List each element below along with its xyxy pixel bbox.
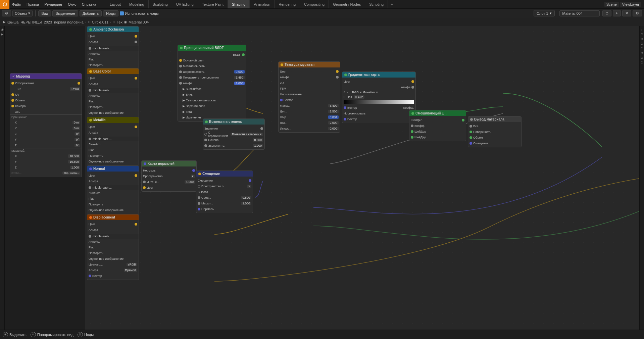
- nodes-btn[interactable]: Ноды: [103, 10, 118, 16]
- menu-render[interactable]: Рендеринг: [42, 0, 65, 8]
- sm-masht: Масшт... 1.000: [196, 200, 253, 206]
- tab-compositing[interactable]: Compositing: [300, 0, 329, 8]
- mapping-rot-y: Y 0 m: [10, 125, 82, 131]
- top-menu-bar: ⬡ Файл Правка Рендеринг Окно Справка Lay…: [0, 0, 644, 9]
- material-new-btn[interactable]: +: [613, 10, 621, 16]
- tm-lac: Лак... 2.000: [279, 120, 340, 126]
- editor-type-btn[interactable]: ⊙: [2, 10, 11, 16]
- tab-texture-paint[interactable]: Texture Paint: [198, 0, 228, 8]
- pbsdf-dot: [180, 47, 183, 49]
- bc-color-out: Цвет: [87, 75, 139, 81]
- pow-base: Основа 0.500: [203, 137, 264, 143]
- sm-space: Пространство о... ▾: [196, 183, 253, 189]
- ao-header: Ambient Occlusion: [87, 27, 139, 32]
- ao-texture-row: middle-east-...: [87, 46, 139, 51]
- tab-geometry-nodes[interactable]: Geometry Nodes: [329, 0, 365, 8]
- tm-vec-socket: [280, 99, 283, 101]
- ao-tex-socket: [89, 47, 91, 50]
- material-link-btn[interactable]: ⚙: [633, 10, 642, 16]
- right-icon-7[interactable]: ⊙: [640, 56, 644, 60]
- disp-alfa-m: Альфа Прямой: [87, 267, 139, 273]
- tab-uv-editing[interactable]: UV Editing: [172, 0, 198, 8]
- mapping-node-header: ✓ Mapping: [10, 74, 82, 79]
- scene-selector[interactable]: Scene: [604, 2, 619, 7]
- tab-modeling[interactable]: Modeling: [125, 0, 149, 8]
- pbsdf-coat: ▶ Верхний слой: [178, 103, 246, 109]
- material-browse-btn[interactable]: ⊙: [602, 10, 611, 16]
- select-tool[interactable]: ⊡ Выделить: [3, 332, 27, 337]
- object-mode-dropdown[interactable]: Объект ▾: [12, 10, 33, 16]
- slot-selector[interactable]: Слот 1 ▾: [534, 10, 555, 16]
- nm-intens-socket: [143, 181, 146, 183]
- base-color-header: Base Color: [87, 68, 139, 74]
- view-btn[interactable]: Вид: [38, 10, 51, 16]
- pan-icon: ⊙: [31, 332, 36, 337]
- tab-add-button[interactable]: +: [388, 0, 395, 8]
- right-icon-2[interactable]: ⊙: [640, 32, 644, 36]
- pbsdf-header: Принципиальный BSDF: [178, 45, 246, 51]
- ao-lineiko-row: Линейко: [87, 51, 139, 56]
- tab-scripting[interactable]: Scripting: [365, 0, 388, 8]
- norm-dot: [89, 167, 92, 170]
- right-icon-6[interactable]: ⊙: [640, 51, 644, 55]
- pow-out-socket: [260, 127, 263, 130]
- mapping-rot-x: X 0 m: [10, 119, 82, 125]
- left-icon-1[interactable]: ◉: [0, 28, 4, 32]
- tab-shading[interactable]: Shading: [228, 0, 250, 8]
- norm-color-socket: [135, 174, 137, 177]
- view-layer-selector[interactable]: ViewLayer: [620, 2, 641, 7]
- tm-color-out: Цвет: [279, 68, 340, 74]
- pow-dot: [205, 120, 208, 123]
- disp-single: Одиночное изображение: [87, 256, 139, 261]
- node-canvas[interactable]: Ambient Occlusion Цвет Альфа middle-east…: [85, 26, 639, 330]
- tab-rendering[interactable]: Rendering: [275, 0, 300, 8]
- menu-edit[interactable]: Правка: [24, 0, 42, 8]
- pan-view-tool[interactable]: ⊙ Панорамировать вид: [31, 332, 73, 337]
- mix-koeff-socket: [411, 125, 413, 127]
- menu-file[interactable]: Файл: [9, 0, 24, 8]
- right-icon-5[interactable]: ⊙: [640, 46, 644, 50]
- pow-check[interactable]: [204, 133, 207, 136]
- mapping-node: ✓ Mapping Отображение Тип Точка U: [10, 73, 82, 177]
- met-lin: Линейко: [87, 141, 139, 147]
- right-icon-1[interactable]: ↕: [640, 28, 644, 32]
- right-icon-8[interactable]: ⊙: [640, 60, 644, 64]
- gm-inputs: 0 Поз. 0.472: [342, 95, 415, 99]
- right-icon-4[interactable]: ⊙: [640, 42, 644, 46]
- out-vol: Объём: [468, 135, 521, 140]
- selection-btn[interactable]: Выделение: [52, 10, 78, 16]
- pbsdf-alpha-socket: [179, 82, 182, 85]
- tab-animation[interactable]: Animation: [250, 0, 275, 8]
- mapping-type-row: Отображение: [10, 80, 82, 86]
- material-name[interactable]: Material.004: [559, 10, 600, 16]
- bc-arrow: ▶: [3, 20, 5, 24]
- tab-sculpting[interactable]: Sculpting: [149, 0, 172, 8]
- gm-vec-in-socket: [344, 118, 346, 120]
- use-nodes-checkbox[interactable]: Использовать ноды: [120, 11, 158, 15]
- disp-tex: middle-east-...: [87, 234, 139, 239]
- nodes-tool[interactable]: ⊡ Ноды: [78, 332, 94, 337]
- left-icon-2[interactable]: ▶: [0, 32, 4, 36]
- mapping-node-body: Отображение Тип Точка UV Объект: [10, 79, 82, 177]
- tm-alfa-socket: [336, 76, 339, 79]
- menu-items: Файл Правка Рендеринг Окно Справка: [9, 0, 99, 8]
- texture-muravya-node: Текстура муравья Цвет Альфа 2D FBM: [278, 61, 340, 133]
- bc-part4[interactable]: Material.004: [129, 20, 149, 24]
- tab-layout[interactable]: Layout: [106, 0, 125, 8]
- norm-color-out: Цвет: [87, 173, 139, 178]
- right-icon-3[interactable]: ⊙: [640, 37, 644, 41]
- menu-window[interactable]: Окно: [65, 0, 79, 8]
- cam-socket: [11, 105, 14, 107]
- bc-part2[interactable]: Circle.011: [92, 20, 109, 24]
- bc-flat: Flat: [87, 98, 139, 104]
- normal-title: Normal: [93, 167, 105, 171]
- ao-repeat-row: Повторять: [87, 62, 139, 68]
- add-btn[interactable]: Добавить: [80, 10, 102, 16]
- met-dot: [89, 119, 92, 122]
- material-delete-btn[interactable]: ✕: [622, 10, 631, 16]
- pbsdf-sheen: ▶ Тяга: [178, 109, 246, 114]
- bc-part3[interactable]: Tex: [117, 20, 122, 24]
- bc-part1[interactable]: Крыша_ЧЕРЕПИЦЫ_2023_первая половина: [7, 20, 84, 24]
- menu-help[interactable]: Справка: [79, 0, 99, 8]
- bc-sep1: ›: [85, 20, 86, 24]
